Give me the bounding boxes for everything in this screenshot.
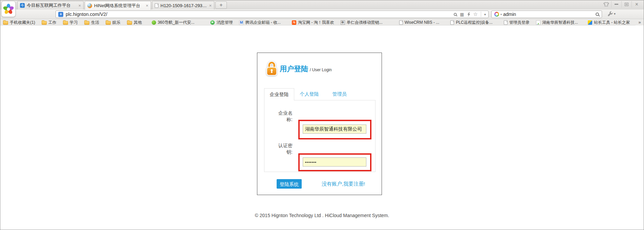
bookmark-label: 其他 <box>134 20 142 25</box>
login-title-cn: 用户登陆 <box>280 65 308 73</box>
browser-menu-button[interactable] <box>1 1 16 17</box>
folder-icon <box>127 21 132 25</box>
divider <box>481 12 481 17</box>
minimize-icon <box>615 4 618 5</box>
folder-icon <box>3 21 8 25</box>
bookmark-label: 湖南华辰智通科技... <box>542 20 578 25</box>
url-text[interactable]: plc.hignton.com/V2/ <box>66 12 107 17</box>
folder-icon <box>106 21 111 25</box>
site-safety-icon[interactable] <box>58 12 63 17</box>
window-controls: × <box>601 1 642 7</box>
tab-label: H120-1509-1617-2932-77 <box>160 3 207 8</box>
tab-close-icon[interactable]: × <box>209 3 212 8</box>
bookmark-star-icon[interactable]: ☆ <box>473 11 478 17</box>
tencent-mail-icon: M <box>239 20 243 25</box>
auth-key-input[interactable] <box>303 157 366 167</box>
bookmark-label: 消息管理 <box>216 20 233 25</box>
search-icon[interactable] <box>596 13 599 16</box>
enterprise-name-input[interactable] <box>303 124 366 134</box>
folder-icon <box>63 21 68 25</box>
bookmark-item[interactable]: 单单仁合强移动营销... <box>341 20 383 25</box>
tab-label: HiNet网络系统管理平台 <box>94 3 144 9</box>
taobao-icon: 淘 <box>292 20 296 25</box>
maximize-button[interactable] <box>621 1 631 7</box>
bookmark-item[interactable]: 湖南华辰智通科技... <box>536 20 578 25</box>
login-title: 用户登陆/ User Login <box>280 64 332 74</box>
search-box[interactable]: ▾ admin <box>491 11 602 18</box>
page-icon <box>504 20 508 25</box>
bookmark-item[interactable]: 工作 <box>42 20 57 25</box>
url-dropdown-icon[interactable]: ▾ <box>484 13 486 16</box>
bookmark-label: 学习 <box>70 20 78 25</box>
bookmark-item[interactable]: 消息管理 <box>210 20 233 25</box>
bookmark-item[interactable]: PLC远程监控|设备... <box>450 20 492 25</box>
bookmark-item[interactable]: 360导航_新一代安... <box>152 20 195 25</box>
qr-code-icon[interactable]: ▦ <box>460 12 464 17</box>
bookmark-label: 生活 <box>91 20 99 25</box>
chart-icon <box>536 20 540 25</box>
bookmark-label: 腾讯企业邮箱 - 收... <box>245 20 281 25</box>
wrench-icon <box>607 11 613 17</box>
tshirt-icon <box>603 2 609 6</box>
tab-h120[interactable]: H120-1509-1617-2932-77 × <box>152 1 214 9</box>
bookmark-item[interactable]: WiseCRM NBS - ... <box>399 20 439 25</box>
address-bar[interactable]: plc.hignton.com/V2/ ▦ ☆ ▾ <box>56 11 489 18</box>
folder-icon <box>42 21 47 25</box>
bookmark-label: 站长工具 - 站长之家 <box>594 20 630 25</box>
bookmarks-bar: 手机收藏夹(1) 工作 学习 生活 娱乐 其他 360导航_新一代安... 消息… <box>0 20 644 25</box>
jinmubiao-favicon-icon: 今 <box>20 3 25 8</box>
bookmark-item[interactable]: 其他 <box>127 20 142 25</box>
tab-personal-login[interactable]: 个人登陆 <box>294 88 324 100</box>
bookmark-label: 手机收藏夹(1) <box>10 20 35 25</box>
browser-pinwheel-icon <box>2 3 15 15</box>
bookmarks-overflow-icon[interactable]: » <box>636 20 644 25</box>
lock-icon <box>265 60 278 78</box>
restore-icon <box>625 3 628 6</box>
bookmark-item[interactable]: 生活 <box>84 20 99 25</box>
page-icon <box>399 20 403 25</box>
tab-label: 今目标互联网工作平台 <box>27 2 76 8</box>
danren-icon: 单 <box>341 20 345 25</box>
tab-enterprise-login[interactable]: 企业登陆 <box>264 88 294 100</box>
auth-key-label: 认证密 钥: <box>270 142 293 155</box>
tab-strip: 今 今目标互联网工作平台 × HiNet网络系统管理平台 × H120-1509… <box>17 1 227 9</box>
bookmark-item[interactable]: 站长工具 - 站长之家 <box>588 20 630 25</box>
message-icon <box>210 20 215 25</box>
search-input[interactable]: admin <box>503 12 594 17</box>
bookmark-item[interactable]: 手机收藏夹(1) <box>3 20 35 25</box>
tools-dropdown-icon[interactable]: ▾ <box>614 12 616 16</box>
login-title-en: / User Login <box>310 68 332 72</box>
login-tabs: 企业登陆 个人登陆 管理员 <box>264 88 355 100</box>
minimize-button[interactable] <box>611 1 621 7</box>
new-tab-button[interactable]: + <box>215 1 227 9</box>
page-favicon-icon <box>155 3 158 8</box>
bookmark-item[interactable]: 娱乐 <box>106 20 121 25</box>
tab-jinmubiao[interactable]: 今 今目标互联网工作平台 × <box>17 1 84 9</box>
folder-icon <box>84 21 89 25</box>
bookmark-label: 淘宝网 - 淘！我喜欢 <box>298 20 334 25</box>
theme-button[interactable] <box>601 1 611 7</box>
enterprise-name-label: 企业名 称: <box>270 110 293 123</box>
tab-administrator[interactable]: 管理员 <box>324 88 355 100</box>
lightning-icon[interactable] <box>467 12 470 17</box>
bookmark-item[interactable]: 淘淘宝网 - 淘！我喜欢 <box>292 20 334 25</box>
bookmark-label: 管理员登录 <box>509 20 530 25</box>
bookmark-item[interactable]: M腾讯企业邮箱 - 收... <box>239 20 281 25</box>
tab-close-icon[interactable]: × <box>78 3 81 8</box>
page-icon <box>450 20 454 25</box>
search-engine-dropdown-icon[interactable]: ▾ <box>500 13 502 16</box>
tools-button[interactable]: ▾ <box>607 11 616 17</box>
chinaz-icon <box>588 20 592 25</box>
zoom-icon[interactable] <box>454 13 457 16</box>
page-content: 用户登陆/ User Login 企业登陆 个人登陆 管理员 企业名 称: 认证… <box>0 26 644 230</box>
bookmark-item[interactable]: 学习 <box>63 20 78 25</box>
login-button[interactable]: 登陆系统 <box>277 179 302 189</box>
360-nav-icon <box>152 20 156 25</box>
bookmark-label: 单仁合强移动营销... <box>347 20 383 25</box>
bookmark-item[interactable]: 管理员登录 <box>504 20 530 25</box>
close-button[interactable]: × <box>631 1 642 7</box>
tab-close-icon[interactable]: × <box>146 3 148 8</box>
register-link[interactable]: 没有账户,我要注册! <box>322 181 365 187</box>
tab-hinet[interactable]: HiNet网络系统管理平台 × <box>85 1 151 10</box>
search-engine-icon[interactable] <box>494 12 499 17</box>
